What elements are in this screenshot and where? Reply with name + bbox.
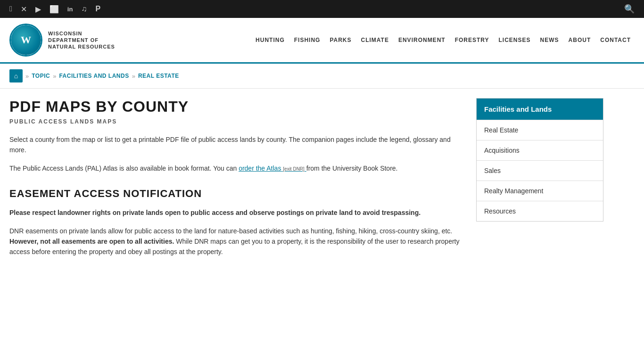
sidebar-item-real-estate[interactable]: Real Estate bbox=[477, 120, 603, 140]
nav-parks[interactable]: PARKS bbox=[326, 34, 355, 46]
youtube-icon[interactable]: ▶ bbox=[35, 5, 41, 14]
sidebar-item-acquisitions[interactable]: Acquisitions bbox=[477, 140, 603, 160]
pinterest-icon[interactable]: P bbox=[95, 5, 100, 13]
sidebar-item-sales[interactable]: Sales bbox=[477, 160, 603, 181]
atlas-text-before: The Public Access Lands (PAL) Atlas is a… bbox=[9, 165, 237, 172]
logo-line1: WISCONSIN bbox=[48, 30, 115, 37]
bold-warning-text: Please respect landowner rights on priva… bbox=[9, 207, 462, 218]
nav-fishing[interactable]: FISHING bbox=[290, 34, 324, 46]
logo-letter: W bbox=[21, 34, 31, 46]
breadcrumb-sep-3: » bbox=[132, 73, 135, 80]
page-subtitle: PUBLIC ACCESS LANDS MAPS bbox=[9, 118, 462, 125]
easement-heading: EASEMENT ACCESS NOTIFICATION bbox=[9, 188, 462, 200]
facebook-icon[interactable]:  bbox=[9, 5, 12, 13]
logo-inner: W bbox=[11, 25, 41, 55]
order-atlas-link[interactable]: order the Atlas [exit DNR] bbox=[239, 165, 306, 172]
nav-news[interactable]: NEWS bbox=[537, 34, 563, 46]
site-header: W WISCONSIN DEPARTMENT OF NATURAL RESOUR… bbox=[0, 18, 644, 64]
breadcrumb: ⌂ » TOPIC » FACILITIES AND LANDS » REAL … bbox=[0, 64, 644, 89]
sidebar-menu: Facilities and Lands Real Estate Acquisi… bbox=[476, 98, 603, 222]
order-atlas-link-text: order the Atlas bbox=[239, 165, 281, 172]
main-content: PDF MAPS BY COUNTY PUBLIC ACCESS LANDS M… bbox=[9, 98, 462, 265]
twitter-icon[interactable]: ✕ bbox=[21, 5, 27, 14]
sidebar-item-resources[interactable]: Resources bbox=[477, 201, 603, 221]
nav-about[interactable]: ABOUT bbox=[565, 34, 595, 46]
spotify-icon[interactable]: ♫ bbox=[81, 5, 87, 13]
atlas-text-after: from the University Book Store. bbox=[306, 165, 398, 172]
nav-contact[interactable]: CONTACT bbox=[596, 34, 635, 46]
nav-hunting[interactable]: HUNTING bbox=[252, 34, 289, 46]
breadcrumb-sep-2: » bbox=[53, 73, 56, 80]
main-nav: HUNTING FISHING PARKS CLIMATE ENVIRONMEN… bbox=[252, 34, 635, 46]
page-title: PDF MAPS BY COUNTY bbox=[9, 98, 462, 115]
instagram-icon[interactable]: ⬜ bbox=[50, 5, 59, 14]
logo-line2: DEPARTMENT OF bbox=[48, 37, 115, 43]
breadcrumb-real-estate[interactable]: REAL ESTATE bbox=[138, 73, 179, 79]
page-layout: PDF MAPS BY COUNTY PUBLIC ACCESS LANDS M… bbox=[0, 89, 644, 284]
sidebar-item-realty-management[interactable]: Realty Management bbox=[477, 181, 603, 201]
linkedin-icon[interactable]: in bbox=[67, 6, 73, 13]
breadcrumb-sep-1: » bbox=[25, 73, 29, 80]
nav-licenses[interactable]: LICENSES bbox=[495, 34, 535, 46]
easement-text-bold: However, not all easements are open to a… bbox=[9, 238, 174, 245]
breadcrumb-facilities[interactable]: FACILITIES AND LANDS bbox=[59, 73, 129, 79]
nav-climate[interactable]: CLIMATE bbox=[357, 34, 393, 46]
exit-dnr-label: [exit DNR] bbox=[283, 166, 305, 172]
easement-paragraph: DNR easements on private lands allow for… bbox=[9, 226, 462, 257]
breadcrumb-topic[interactable]: TOPIC bbox=[32, 73, 50, 79]
social-icons-group:  ✕ ▶ ⬜ in ♫ P bbox=[9, 5, 100, 14]
easement-text-start: DNR easements on private lands allow for… bbox=[9, 227, 452, 235]
logo-area: W WISCONSIN DEPARTMENT OF NATURAL RESOUR… bbox=[9, 24, 115, 57]
breadcrumb-home-icon[interactable]: ⌂ bbox=[9, 69, 23, 82]
logo-text: WISCONSIN DEPARTMENT OF NATURAL RESOURCE… bbox=[48, 30, 115, 50]
sidebar-header: Facilities and Lands bbox=[477, 99, 603, 120]
nav-forestry[interactable]: FORESTRY bbox=[451, 34, 493, 46]
atlas-paragraph: The Public Access Lands (PAL) Atlas is a… bbox=[9, 163, 462, 173]
logo-line3: NATURAL RESOURCES bbox=[48, 43, 115, 50]
nav-environment[interactable]: ENVIRONMENT bbox=[395, 34, 449, 46]
search-icon-top[interactable]: 🔍 bbox=[624, 4, 635, 14]
sidebar: Facilities and Lands Real Estate Acquisi… bbox=[476, 98, 603, 265]
logo-circle: W bbox=[9, 24, 42, 57]
social-bar:  ✕ ▶ ⬜ in ♫ P 🔍 bbox=[0, 0, 644, 18]
intro-paragraph: Select a county from the map or list to … bbox=[9, 134, 462, 156]
